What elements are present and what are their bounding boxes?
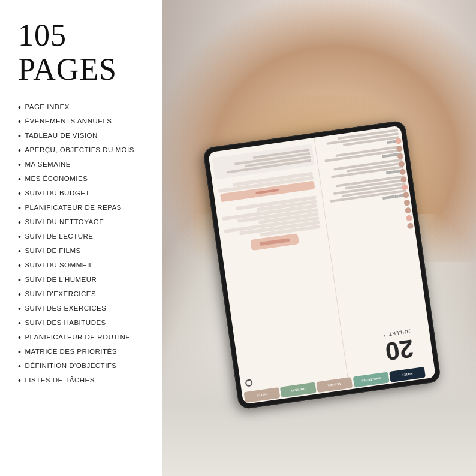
page-list-item: •SUIVI DE LECTURE [18,233,150,241]
list-bullet: • [18,103,21,112]
planner-tab[interactable]: JOURNAL [280,382,317,398]
list-item-label: MA SEMAINE [25,161,71,168]
list-item-label: PAGE INDEX [25,103,69,110]
tab-dot [395,138,402,144]
left-panel: 105 PAGES •PAGE INDEX•ÉVÉNEMENTS ANNUELS… [0,0,162,476]
planner-tab[interactable]: HABITUDES [353,372,389,387]
page-list-item: •SUIVI DU BUDGET [18,189,150,198]
list-item-label: SUIVI DE L'HUMEUR [25,276,97,283]
list-item-label: SUIVI DE FILMS [25,247,80,254]
planner-header [250,233,299,251]
page-list-item: •SUIVI DE L'HUMEUR [18,276,150,284]
page-list-item: •PLANIFICATEUR DE ROUTINE [18,333,150,342]
list-item-label: APERÇU, OBJECTIFS DU MOIS [25,146,134,153]
list-bullet: • [18,261,21,270]
page-list-item: •ÉVÉNEMENTS ANNUELS [18,118,150,126]
tab-dot [396,145,403,152]
list-bullet: • [18,319,21,327]
list-bullet: • [18,146,21,155]
list-item-label: PLANIFICATEUR DE REPAS [25,204,121,211]
page-list-item: •TABLEAU DE VISION [18,132,150,140]
page-list-item: •SUIVI DES HABITUDES [18,319,150,327]
list-bullet: • [18,333,21,342]
page-list-item: •MA SEMAINE [18,161,150,169]
page-list-item: •SUIVI DU SOMMEIL [18,261,150,270]
list-bullet: • [18,376,21,385]
list-item-label: ÉVÉNEMENTS ANNUELS [25,118,112,125]
list-item-label: SUIVI DU SOMMEIL [25,261,93,269]
list-item-label: MATRICE DES PRIORITÉS [25,348,116,355]
list-bullet: • [18,132,21,140]
tablet-device: ▓▓▓▓▓▓▓▓▓▓▓▓▓▓ ▓▓▓▓▓▓▓▓▓▓ [203,120,441,409]
tab-dot [398,161,405,167]
main-title: 105 PAGES [18,18,150,86]
list-bullet: • [18,247,21,255]
photo-background: ▓▓▓▓▓▓▓▓▓▓▓▓▓▓ ▓▓▓▓▓▓▓▓▓▓ [162,0,476,476]
list-bullet: • [18,161,21,169]
list-item-label: DÉFINITION D'OBJECTIFS [25,362,116,369]
list-item-label: TABLEAU DE VISION [25,132,97,139]
list-bullet: • [18,348,21,356]
list-item-label: MES ÉCONOMIES [25,175,88,182]
tablet-wrapper: ▓▓▓▓▓▓▓▓▓▓▓▓▓▓ ▓▓▓▓▓▓▓▓▓▓ [162,72,476,458]
right-panel: ▓▓▓▓▓▓▓▓▓▓▓▓▓▓ ▓▓▓▓▓▓▓▓▓▓ [162,0,476,476]
list-bullet: • [18,305,21,313]
tab-dot [405,207,411,213]
tablet-screen: ▓▓▓▓▓▓▓▓▓▓▓▓▓▓ ▓▓▓▓▓▓▓▓▓▓ [208,126,436,405]
list-bullet: • [18,233,21,241]
planner-tab[interactable]: NOTES [389,367,426,382]
tab-dot [402,184,408,191]
page-list-item: •MATRICE DES PRIORITÉS [18,348,150,356]
page-list-item: •APERÇU, OBJECTIFS DU MOIS [18,146,150,155]
planner-tab[interactable]: AGENDA [316,377,353,393]
list-item-label: LISTES DE TÂCHES [25,376,94,384]
list-item-label: SUIVI D'EXERCICES [25,290,96,297]
list-bullet: • [18,362,21,370]
tab-dot [400,176,407,183]
page-list-item: •MES ÉCONOMIES [18,175,150,183]
list-bullet: • [18,218,21,227]
list-item-label: SUIVI DES EXERCICES [25,305,106,312]
page-list-item: •SUIVI DE FILMS [18,247,150,255]
list-item-label: PLANIFICATEUR DE ROUTINE [25,333,130,341]
tab-dot [402,192,409,198]
page-list-item: •LISTES DE TÂCHES [18,376,150,385]
planner-date-number: 20 JUILLET 7 [383,328,415,366]
page-list-item: •DÉFINITION D'OBJECTIFS [18,362,150,370]
tab-dot [397,153,403,159]
list-item-label: SUIVI DES HABITUDES [25,319,106,326]
list-bullet: • [18,204,21,212]
list-item-label: SUIVI DU BUDGET [25,189,89,197]
page-list-item: •SUIVI DES EXERCICES [18,305,150,313]
list-bullet: • [18,290,21,299]
page-list: •PAGE INDEX•ÉVÉNEMENTS ANNUELS•TABLEAU D… [18,103,150,391]
list-bullet: • [18,175,21,183]
list-item-label: SUIVI DE LECTURE [25,233,93,240]
planner-tab[interactable]: NOTES [243,387,280,403]
list-bullet: • [18,276,21,284]
page-list-item: •PLANIFICATEUR DE REPAS [18,204,150,212]
page-list-item: •SUIVI DU NETTOYAGE [18,218,150,227]
tab-dot [399,168,406,175]
page-list-item: •SUIVI D'EXERCICES [18,290,150,299]
list-item-label: SUIVI DU NETTOYAGE [25,218,104,225]
tab-dot [407,222,414,229]
list-bullet: • [18,118,21,126]
tab-dot [406,215,412,221]
page-list-item: •PAGE INDEX [18,103,150,112]
tab-dot [403,200,410,206]
list-bullet: • [18,189,21,198]
